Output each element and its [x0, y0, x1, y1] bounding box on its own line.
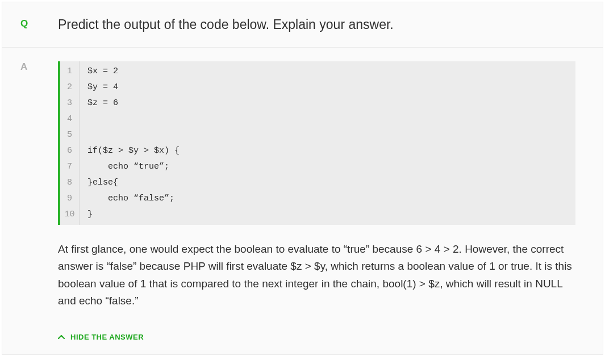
answer-badge: A: [20, 61, 28, 72]
code-lines: $x = 2$y = 4$z = 6 if($z > $y > $x) { ec…: [80, 61, 575, 225]
question-content: Predict the output of the code below. Ex…: [58, 2, 603, 47]
code-line: echo “false”;: [87, 191, 575, 207]
line-number: 4: [60, 111, 79, 127]
badge-col: Q: [2, 2, 58, 47]
line-number: 10: [60, 207, 79, 223]
code-line: echo “true”;: [87, 159, 575, 175]
answer-row: A 12345678910 $x = 2$y = 4$z = 6 if($z >…: [2, 47, 603, 354]
code-line: [87, 111, 575, 127]
line-number-gutter: 12345678910: [60, 61, 80, 225]
code-line: $y = 4: [87, 80, 575, 95]
code-line: if($z > $y > $x) {: [87, 143, 575, 159]
answer-explanation: At first glance, one would expect the bo…: [58, 241, 575, 310]
line-number: 5: [60, 127, 79, 143]
code-line: $z = 6: [87, 95, 575, 111]
qa-card: Q Predict the output of the code below. …: [2, 2, 603, 355]
chevron-up-icon: [58, 334, 65, 341]
question-badge: Q: [20, 18, 28, 29]
code-line: }: [87, 207, 575, 223]
line-number: 8: [60, 175, 79, 191]
badge-col: A: [2, 48, 58, 354]
code-line: }else{: [87, 175, 575, 191]
line-number: 1: [60, 64, 79, 80]
line-number: 7: [60, 159, 79, 175]
code-line: $x = 2: [87, 64, 575, 80]
line-number: 6: [60, 143, 79, 159]
question-text: Predict the output of the code below. Ex…: [58, 16, 575, 34]
question-row: Q Predict the output of the code below. …: [2, 2, 603, 47]
hide-answer-button[interactable]: HIDE THE ANSWER: [58, 333, 144, 341]
code-line: [87, 127, 575, 143]
line-number: 2: [60, 80, 79, 95]
line-number: 3: [60, 95, 79, 111]
line-number: 9: [60, 191, 79, 207]
hide-answer-label: HIDE THE ANSWER: [70, 333, 144, 341]
answer-content: 12345678910 $x = 2$y = 4$z = 6 if($z > $…: [58, 48, 603, 354]
code-block: 12345678910 $x = 2$y = 4$z = 6 if($z > $…: [58, 61, 575, 225]
